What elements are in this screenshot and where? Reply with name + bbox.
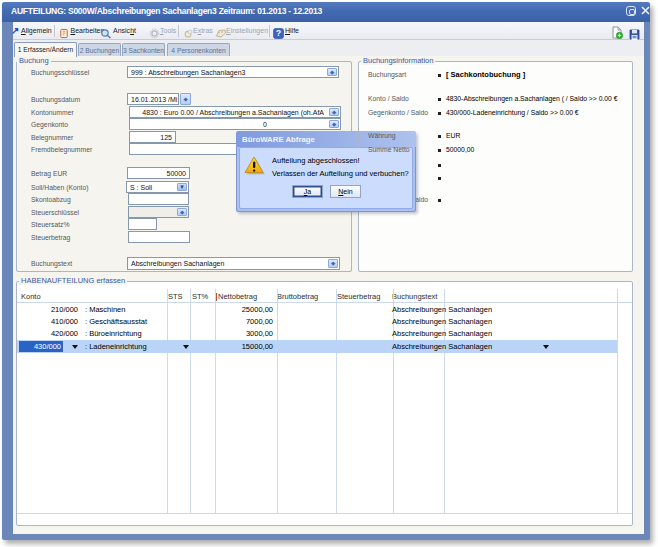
svg-text:?: ? bbox=[276, 28, 281, 38]
